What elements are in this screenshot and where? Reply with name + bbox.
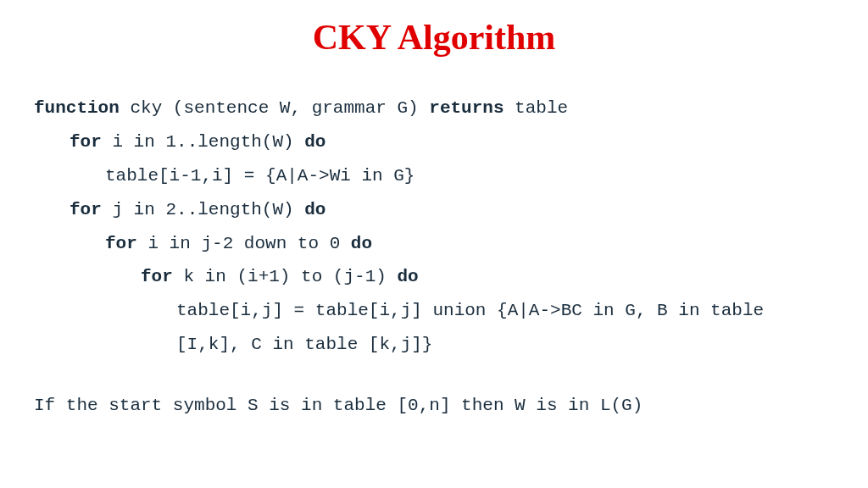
spacer — [34, 362, 834, 389]
keyword-returns: returns — [429, 98, 504, 118]
keyword-function: function — [34, 98, 120, 118]
code-text: table — [504, 98, 569, 118]
code-text: table[i-1,i] = {A|A->Wi in G} — [105, 166, 415, 186]
keyword-do: do — [304, 132, 326, 152]
code-line-4: for j in 2..length(W) do — [34, 193, 834, 227]
code-text: i in 1..length(W) — [102, 132, 304, 152]
code-line-3: table[i-1,i] = {A|A->Wi in G} — [34, 159, 834, 193]
keyword-for: for — [70, 132, 102, 152]
code-text: i in j-2 down to 0 — [137, 234, 351, 253]
keyword-do: do — [397, 267, 418, 286]
code-line-2: for i in 1..length(W) do — [34, 125, 834, 159]
code-text: table[i,j] = table[i,j] union {A|A->BC i… — [176, 301, 775, 354]
keyword-for: for — [141, 267, 173, 286]
pseudocode-block: function cky (sentence W, grammar G) ret… — [34, 92, 834, 423]
keyword-for: for — [70, 200, 102, 219]
code-text: j in 2..length(W) — [102, 200, 304, 219]
code-line-1: function cky (sentence W, grammar G) ret… — [34, 92, 834, 125]
code-line-8: If the start symbol S is in table [0,n] … — [34, 389, 834, 423]
keyword-for: for — [105, 234, 137, 253]
keyword-do: do — [304, 200, 326, 219]
code-line-7: table[i,j] = table[i,j] union {A|A->BC i… — [34, 294, 834, 362]
code-text: k in (i+1) to (j-1) — [173, 267, 398, 286]
code-text: If the start symbol S is in table [0,n] … — [34, 396, 643, 415]
code-text: cky (sentence W, grammar G) — [120, 98, 429, 118]
code-line-6: for k in (i+1) to (j-1) do — [34, 260, 834, 294]
keyword-do: do — [351, 234, 372, 253]
code-line-5: for i in j-2 down to 0 do — [34, 227, 834, 261]
slide-title: CKY Algorithm — [34, 17, 834, 58]
